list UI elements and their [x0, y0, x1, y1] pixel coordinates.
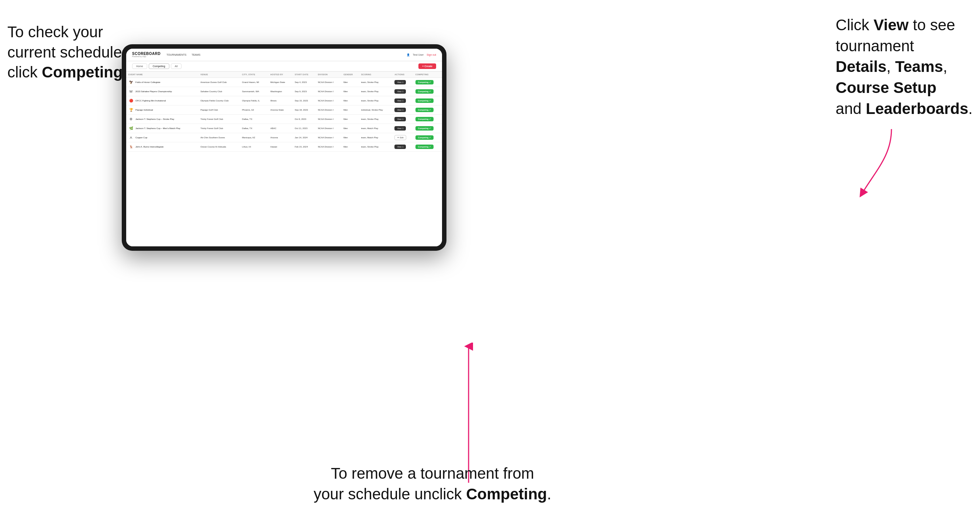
hosted-by-cell: Arizona	[268, 133, 293, 142]
view-button[interactable]: View ℹ	[395, 126, 406, 130]
competing-cell: Competing ✓	[413, 105, 442, 115]
gender-cell: Men	[341, 105, 359, 115]
competing-cell: Competing ✓	[413, 78, 442, 87]
city-state-cell: Maricopa, AZ	[240, 133, 268, 142]
event-name-text: OFCC Fighting Illini Invitational	[135, 100, 165, 102]
col-hosted-by: HOSTED BY	[268, 71, 293, 78]
venue-cell: Olympia Fields Country Club	[198, 96, 240, 105]
division-cell: NCAA Division I	[315, 96, 341, 105]
actions-cell: View ℹ	[392, 96, 413, 105]
table-row: 🦅 Folds of Honor Collegiate American Dun…	[126, 78, 442, 87]
tournaments-table: EVENT NAME VENUE CITY, STATE HOSTED BY S…	[126, 71, 442, 152]
view-button[interactable]: View ℹ	[395, 117, 406, 121]
city-state-cell: Grand Haven, MI	[240, 78, 268, 87]
tab-home[interactable]: Home	[132, 63, 147, 69]
scoring-cell: team, Stroke Play	[359, 78, 393, 87]
venue-cell: American Dunes Golf Club	[198, 78, 240, 87]
competing-button[interactable]: Competing ✓	[415, 117, 434, 121]
competing-cell: Competing ✓	[413, 133, 442, 142]
actions-cell: View ℹ	[392, 87, 413, 96]
user-icon: 👤	[407, 54, 410, 56]
hosted-by-cell: Hawaii	[268, 142, 293, 152]
competing-button[interactable]: Competing ✓	[415, 135, 434, 140]
navbar: SCOREBOARD Powered by clipp TOURNAMENTS …	[126, 49, 442, 61]
navbar-right: 👤 Test User Sign out	[407, 54, 436, 56]
view-button[interactable]: View ℹ	[395, 89, 406, 94]
gender-cell: Men	[341, 115, 359, 124]
start-date-cell: Feb 15, 2024	[293, 142, 316, 152]
team-icon: 🔴	[129, 98, 134, 103]
view-button[interactable]: View ℹ	[395, 108, 406, 112]
nav-teams[interactable]: TEAMS	[191, 54, 200, 56]
actions-cell: View ℹ	[392, 142, 413, 152]
tablet-screen: SCOREBOARD Powered by clipp TOURNAMENTS …	[126, 49, 442, 246]
event-name-cell: 🔴 OFCC Fighting Illini Invitational	[126, 96, 198, 105]
hosted-by-cell	[268, 115, 293, 124]
division-cell: NCAA Division I	[315, 87, 341, 96]
city-state-cell: Dallas, TX	[240, 124, 268, 133]
event-name-text: Papago Individual	[135, 109, 153, 111]
gender-cell: Men	[341, 133, 359, 142]
col-start-date: START DATE	[293, 71, 316, 78]
start-date-cell: Sep 18, 2023	[293, 105, 316, 115]
hosted-by-cell: Arizona State	[268, 105, 293, 115]
col-scoring: SCORING	[359, 71, 393, 78]
division-cell: NCAA Division I	[315, 124, 341, 133]
team-icon: 🦌	[129, 144, 134, 149]
create-button[interactable]: + Create	[418, 63, 436, 69]
tab-competing[interactable]: Competing	[149, 63, 169, 69]
competing-button[interactable]: Competing ✓	[415, 144, 434, 149]
nav-tournaments[interactable]: TOURNAMENTS	[166, 54, 186, 56]
start-date-cell: Sep 4, 2023	[293, 78, 316, 87]
event-name-cell: ⚙ Jackson T. Stephens Cup – Stroke Play	[126, 115, 198, 124]
competing-button[interactable]: Competing ✓	[415, 89, 434, 94]
tab-all[interactable]: All	[171, 63, 182, 69]
division-cell: NCAA Division I	[315, 142, 341, 152]
table-row: ⚙ Jackson T. Stephens Cup – Stroke Play …	[126, 115, 442, 124]
nav-links: TOURNAMENTS TEAMS	[166, 54, 200, 56]
col-venue: VENUE	[198, 71, 240, 78]
start-date-cell: Sep 9, 2023	[293, 87, 316, 96]
arrow-right	[840, 125, 899, 199]
table-row: W 2023 Sahalee Players Championship Saha…	[126, 87, 442, 96]
brand: SCOREBOARD Powered by clipp	[132, 52, 161, 57]
navbar-left: SCOREBOARD Powered by clipp TOURNAMENTS …	[132, 52, 200, 57]
team-icon: 🏆	[129, 107, 134, 113]
sign-out-link[interactable]: Sign out	[426, 54, 436, 56]
competing-button[interactable]: Competing ✓	[415, 80, 434, 84]
event-name-cell: A Copper Cup	[126, 133, 198, 142]
table-body: 🦅 Folds of Honor Collegiate American Dun…	[126, 78, 442, 152]
gender-cell: Men	[341, 124, 359, 133]
event-name-text: 2023 Sahalee Players Championship	[135, 90, 172, 92]
competing-cell: Competing ✓	[413, 124, 442, 133]
start-date-cell: Oct 11, 2023	[293, 124, 316, 133]
view-button[interactable]: View ℹ	[395, 98, 406, 103]
actions-cell: View ℹ	[392, 78, 413, 87]
start-date-cell: Oct 9, 2023	[293, 115, 316, 124]
city-state-cell: Olympia Fields, IL	[240, 96, 268, 105]
table-row: 🌿 Jackson T. Stephens Cup – Men's Match …	[126, 124, 442, 133]
scoring-cell: team, Match Play	[359, 124, 393, 133]
event-name-cell: 🦌 John A. Burns Intercollegiate	[126, 142, 198, 152]
gender-cell: Men	[341, 87, 359, 96]
scoring-cell: team, Stroke Play	[359, 87, 393, 96]
competing-button[interactable]: Competing ✓	[415, 108, 434, 112]
competing-cell: Competing ✓	[413, 87, 442, 96]
event-name-cell: 🌿 Jackson T. Stephens Cup – Men's Match …	[126, 124, 198, 133]
division-cell: NCAA Division I	[315, 133, 341, 142]
view-button[interactable]: View ℹ	[395, 80, 406, 84]
division-cell: NCAA Division I	[315, 115, 341, 124]
city-state-cell: Phoenix, AZ	[240, 105, 268, 115]
col-event-name: EVENT NAME	[126, 71, 198, 78]
scoring-cell: team, Match Play	[359, 133, 393, 142]
event-name-cell: 🏆 Papago Individual	[126, 105, 198, 115]
competing-button[interactable]: Competing ✓	[415, 98, 434, 103]
view-button[interactable]: View ℹ	[395, 144, 406, 149]
table-row: 🏆 Papago Individual Papago Golf ClubPhoe…	[126, 105, 442, 115]
team-icon: ⚙	[129, 116, 134, 122]
scoring-cell: team, Stroke Play	[359, 142, 393, 152]
filter-tabs: Home Competing All	[132, 63, 181, 69]
competing-cell: Competing ✓	[413, 96, 442, 105]
competing-button[interactable]: Competing ✓	[415, 126, 434, 130]
edit-button[interactable]: ✏ Edit	[395, 135, 406, 140]
